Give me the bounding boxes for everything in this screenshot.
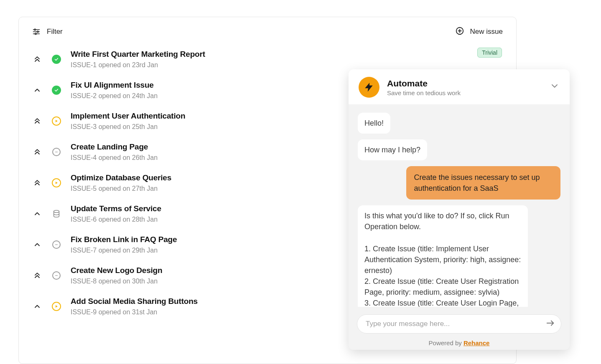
powered-by: Powered by Rehance <box>429 339 490 346</box>
priority-icon <box>32 86 42 94</box>
issue-id: ISSUE-7 <box>71 247 97 254</box>
priority-icon <box>32 148 42 156</box>
issue-id: ISSUE-6 <box>71 216 97 223</box>
plus-circle-icon <box>455 26 464 37</box>
svg-marker-9 <box>56 120 58 122</box>
powered-brand-link[interactable]: Rehance <box>463 339 490 346</box>
svg-marker-11 <box>56 182 58 184</box>
priority-icon <box>32 117 42 125</box>
filter-label: Filter <box>47 28 63 36</box>
issue-title: Write First Quarter Marketing Report <box>71 50 503 59</box>
chat-subtitle: Save time on tedious work <box>387 89 461 96</box>
issue-id: ISSUE-3 <box>71 123 97 130</box>
priority-icon <box>32 302 42 311</box>
chat-collapse-button[interactable] <box>550 81 560 93</box>
issue-id: ISSUE-5 <box>71 185 97 192</box>
issue-opened: opened on 30th Jan <box>99 278 158 285</box>
filter-button[interactable]: Filter <box>32 28 63 36</box>
issue-opened: opened on 31st Jan <box>99 308 158 316</box>
priority-icon <box>32 271 42 280</box>
chat-title: Automate <box>387 78 461 88</box>
new-issue-button[interactable]: New issue <box>455 26 503 37</box>
svg-marker-15 <box>56 305 58 308</box>
svg-point-5 <box>35 33 36 34</box>
issue-opened: opened on 23rd Jan <box>99 61 158 68</box>
powered-prefix: Powered by <box>429 339 463 346</box>
chat-bubble-user: Create the issues necessary to set up au… <box>406 166 560 200</box>
chat-messages[interactable]: Hello!How may I help?Create the issues n… <box>349 104 570 307</box>
status-icon <box>51 240 61 249</box>
issue-id: ISSUE-1 <box>71 61 97 68</box>
priority-icon <box>32 55 42 63</box>
chat-header: Automate Save time on tedious work <box>349 69 570 104</box>
status-icon <box>51 271 61 280</box>
status-icon <box>51 178 61 187</box>
status-icon <box>51 209 61 218</box>
chat-bubble-bot: Is this what you'd like to do? If so, cl… <box>358 205 528 307</box>
priority-icon <box>32 179 42 187</box>
toolbar: Filter New issue <box>19 17 516 41</box>
issue-id: ISSUE-8 <box>71 278 97 285</box>
filter-icon <box>32 28 41 36</box>
chat-input-wrap <box>357 314 561 334</box>
priority-icon <box>32 240 42 249</box>
status-icon <box>51 86 61 95</box>
chat-bubble-bot: How may I help? <box>358 139 427 160</box>
issue-id: ISSUE-9 <box>71 308 97 316</box>
priority-badge: Trivial <box>477 48 502 58</box>
bolt-avatar-icon <box>359 77 379 98</box>
priority-icon <box>32 210 42 218</box>
chat-bubble-bot: Hello! <box>358 113 390 134</box>
issue-opened: opened on 26th Jan <box>99 154 158 161</box>
issue-opened: opened on 27th Jan <box>99 185 158 192</box>
status-icon <box>51 55 61 64</box>
issue-id: ISSUE-4 <box>71 154 97 161</box>
automate-chat-widget: Automate Save time on tedious work Hello… <box>349 69 570 350</box>
send-icon[interactable] <box>546 318 555 329</box>
chat-footer: Powered by Rehance <box>349 307 570 350</box>
issue-opened: opened on 29th Jan <box>99 247 158 254</box>
issue-opened: opened on 25th Jan <box>99 123 158 130</box>
svg-point-3 <box>34 29 36 30</box>
status-icon <box>51 148 61 156</box>
chat-input[interactable] <box>366 320 542 328</box>
issue-id: ISSUE-2 <box>71 92 97 99</box>
status-icon <box>51 302 61 311</box>
svg-point-12 <box>54 210 59 213</box>
issue-opened: opened on 28th Jan <box>99 216 158 223</box>
issue-meta: ISSUE-1 opened on 23rd Jan <box>71 61 503 69</box>
new-issue-label: New issue <box>470 28 503 36</box>
status-icon <box>51 116 61 126</box>
issue-opened: opened on 24th Jan <box>99 92 158 99</box>
svg-point-4 <box>37 31 38 32</box>
